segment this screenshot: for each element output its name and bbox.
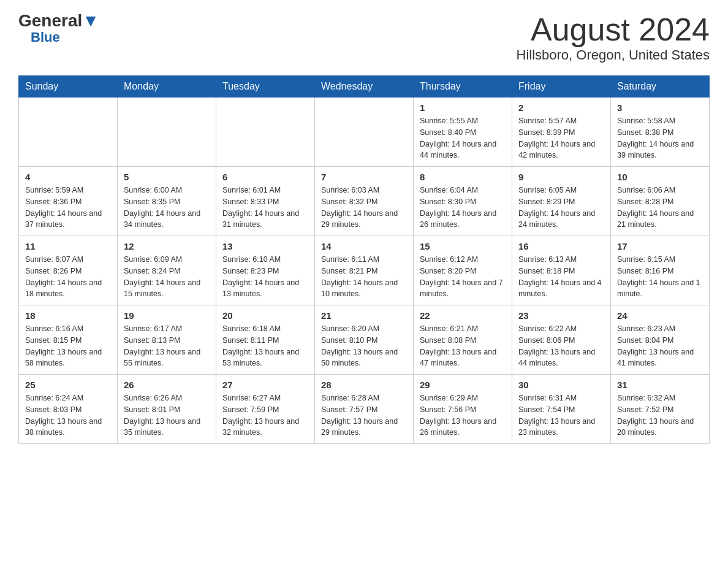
day-number: 22	[420, 310, 506, 321]
day-number: 8	[420, 172, 506, 182]
day-number: 2	[518, 102, 604, 113]
calendar-cell	[315, 98, 414, 167]
calendar-cell: 5Sunrise: 6:00 AMSunset: 8:35 PMDaylight…	[118, 167, 216, 236]
week-row-2: 4Sunrise: 5:59 AMSunset: 8:36 PMDaylight…	[19, 167, 710, 236]
day-info: Sunrise: 5:55 AMSunset: 8:40 PMDaylight:…	[420, 115, 506, 161]
month-title: August 2024	[517, 12, 710, 47]
week-row-1: 1Sunrise: 5:55 AMSunset: 8:40 PMDaylight…	[19, 98, 710, 167]
day-number: 15	[420, 241, 506, 251]
day-number: 21	[321, 310, 407, 321]
day-number: 16	[518, 241, 604, 251]
day-number: 24	[617, 310, 703, 321]
day-number: 7	[321, 172, 407, 182]
calendar-cell: 8Sunrise: 6:04 AMSunset: 8:30 PMDaylight…	[414, 167, 512, 236]
day-number: 29	[420, 380, 506, 390]
week-row-5: 25Sunrise: 6:24 AMSunset: 8:03 PMDayligh…	[19, 375, 710, 444]
calendar-cell	[19, 98, 118, 167]
day-number: 12	[124, 241, 210, 251]
day-number: 20	[222, 310, 308, 321]
day-number: 13	[222, 241, 308, 251]
calendar-cell: 18Sunrise: 6:16 AMSunset: 8:15 PMDayligh…	[19, 305, 118, 375]
calendar-cell: 21Sunrise: 6:20 AMSunset: 8:10 PMDayligh…	[315, 305, 414, 375]
day-number: 1	[420, 102, 506, 113]
day-number: 28	[321, 380, 407, 390]
day-info: Sunrise: 6:04 AMSunset: 8:30 PMDaylight:…	[420, 185, 506, 231]
day-info: Sunrise: 6:07 AMSunset: 8:26 PMDaylight:…	[25, 254, 111, 300]
calendar-cell	[118, 98, 216, 167]
day-number: 31	[617, 380, 703, 390]
header-cell-thursday: Thursday	[414, 76, 512, 98]
day-number: 3	[617, 102, 703, 113]
day-info: Sunrise: 6:13 AMSunset: 8:18 PMDaylight:…	[518, 254, 604, 300]
day-info: Sunrise: 6:15 AMSunset: 8:16 PMDaylight:…	[617, 254, 703, 300]
day-number: 25	[25, 380, 111, 390]
calendar-body: 1Sunrise: 5:55 AMSunset: 8:40 PMDaylight…	[19, 98, 710, 444]
calendar-cell: 16Sunrise: 6:13 AMSunset: 8:18 PMDayligh…	[512, 236, 611, 305]
calendar-cell: 9Sunrise: 6:05 AMSunset: 8:29 PMDaylight…	[512, 167, 611, 236]
calendar-table: SundayMondayTuesdayWednesdayThursdayFrid…	[18, 75, 710, 444]
day-info: Sunrise: 6:31 AMSunset: 7:54 PMDaylight:…	[518, 393, 604, 439]
day-info: Sunrise: 6:05 AMSunset: 8:29 PMDaylight:…	[518, 185, 604, 231]
day-number: 5	[124, 172, 210, 182]
page-header: General▼ Blue August 2024 Hillsboro, Ore…	[18, 12, 710, 63]
day-info: Sunrise: 6:01 AMSunset: 8:33 PMDaylight:…	[222, 185, 308, 231]
day-number: 27	[222, 380, 308, 390]
calendar-cell: 22Sunrise: 6:21 AMSunset: 8:08 PMDayligh…	[414, 305, 512, 375]
calendar-cell: 14Sunrise: 6:11 AMSunset: 8:21 PMDayligh…	[315, 236, 414, 305]
title-area: August 2024 Hillsboro, Oregon, United St…	[517, 12, 710, 63]
day-info: Sunrise: 6:22 AMSunset: 8:06 PMDaylight:…	[518, 323, 604, 369]
calendar-cell: 15Sunrise: 6:12 AMSunset: 8:20 PMDayligh…	[414, 236, 512, 305]
calendar-cell: 28Sunrise: 6:28 AMSunset: 7:57 PMDayligh…	[315, 375, 414, 444]
logo: General▼ Blue	[18, 12, 99, 45]
day-info: Sunrise: 6:06 AMSunset: 8:28 PMDaylight:…	[617, 185, 703, 231]
day-number: 14	[321, 241, 407, 251]
calendar-cell: 12Sunrise: 6:09 AMSunset: 8:24 PMDayligh…	[118, 236, 216, 305]
calendar-cell	[216, 98, 315, 167]
calendar-cell: 4Sunrise: 5:59 AMSunset: 8:36 PMDaylight…	[19, 167, 118, 236]
day-info: Sunrise: 6:21 AMSunset: 8:08 PMDaylight:…	[420, 323, 506, 369]
day-info: Sunrise: 6:32 AMSunset: 7:52 PMDaylight:…	[617, 393, 703, 439]
calendar-cell: 10Sunrise: 6:06 AMSunset: 8:28 PMDayligh…	[611, 167, 710, 236]
day-info: Sunrise: 6:26 AMSunset: 8:01 PMDaylight:…	[124, 393, 210, 439]
calendar-cell: 17Sunrise: 6:15 AMSunset: 8:16 PMDayligh…	[611, 236, 710, 305]
day-info: Sunrise: 6:09 AMSunset: 8:24 PMDaylight:…	[124, 254, 210, 300]
day-info: Sunrise: 5:58 AMSunset: 8:38 PMDaylight:…	[617, 115, 703, 161]
logo-text-blue: Blue	[31, 29, 60, 45]
week-row-3: 11Sunrise: 6:07 AMSunset: 8:26 PMDayligh…	[19, 236, 710, 305]
header-row: SundayMondayTuesdayWednesdayThursdayFrid…	[19, 76, 710, 98]
calendar-cell: 26Sunrise: 6:26 AMSunset: 8:01 PMDayligh…	[118, 375, 216, 444]
day-number: 19	[124, 310, 210, 321]
header-cell-tuesday: Tuesday	[216, 76, 315, 98]
day-number: 6	[222, 172, 308, 182]
day-number: 26	[124, 380, 210, 390]
day-info: Sunrise: 6:29 AMSunset: 7:56 PMDaylight:…	[420, 393, 506, 439]
day-info: Sunrise: 6:23 AMSunset: 8:04 PMDaylight:…	[617, 323, 703, 369]
calendar-cell: 29Sunrise: 6:29 AMSunset: 7:56 PMDayligh…	[414, 375, 512, 444]
day-info: Sunrise: 6:00 AMSunset: 8:35 PMDaylight:…	[124, 185, 210, 231]
header-cell-monday: Monday	[118, 76, 216, 98]
day-info: Sunrise: 6:10 AMSunset: 8:23 PMDaylight:…	[222, 254, 308, 300]
calendar-cell: 31Sunrise: 6:32 AMSunset: 7:52 PMDayligh…	[611, 375, 710, 444]
day-info: Sunrise: 6:12 AMSunset: 8:20 PMDaylight:…	[420, 254, 506, 300]
calendar-cell: 19Sunrise: 6:17 AMSunset: 8:13 PMDayligh…	[118, 305, 216, 375]
day-number: 10	[617, 172, 703, 182]
header-cell-wednesday: Wednesday	[315, 76, 414, 98]
day-number: 11	[25, 241, 111, 251]
header-cell-saturday: Saturday	[611, 76, 710, 98]
day-info: Sunrise: 6:27 AMSunset: 7:59 PMDaylight:…	[222, 393, 308, 439]
calendar-cell: 30Sunrise: 6:31 AMSunset: 7:54 PMDayligh…	[512, 375, 611, 444]
calendar-cell: 23Sunrise: 6:22 AMSunset: 8:06 PMDayligh…	[512, 305, 611, 375]
header-cell-sunday: Sunday	[19, 76, 118, 98]
calendar-cell: 27Sunrise: 6:27 AMSunset: 7:59 PMDayligh…	[216, 375, 315, 444]
calendar-cell: 20Sunrise: 6:18 AMSunset: 8:11 PMDayligh…	[216, 305, 315, 375]
calendar-cell: 24Sunrise: 6:23 AMSunset: 8:04 PMDayligh…	[611, 305, 710, 375]
day-info: Sunrise: 6:17 AMSunset: 8:13 PMDaylight:…	[124, 323, 210, 369]
day-number: 9	[518, 172, 604, 182]
day-info: Sunrise: 5:57 AMSunset: 8:39 PMDaylight:…	[518, 115, 604, 161]
calendar-header: SundayMondayTuesdayWednesdayThursdayFrid…	[19, 76, 710, 98]
day-info: Sunrise: 6:16 AMSunset: 8:15 PMDaylight:…	[25, 323, 111, 369]
header-cell-friday: Friday	[512, 76, 611, 98]
location-title: Hillsboro, Oregon, United States	[517, 47, 710, 63]
calendar-cell: 1Sunrise: 5:55 AMSunset: 8:40 PMDaylight…	[414, 98, 512, 167]
day-info: Sunrise: 6:03 AMSunset: 8:32 PMDaylight:…	[321, 185, 407, 231]
